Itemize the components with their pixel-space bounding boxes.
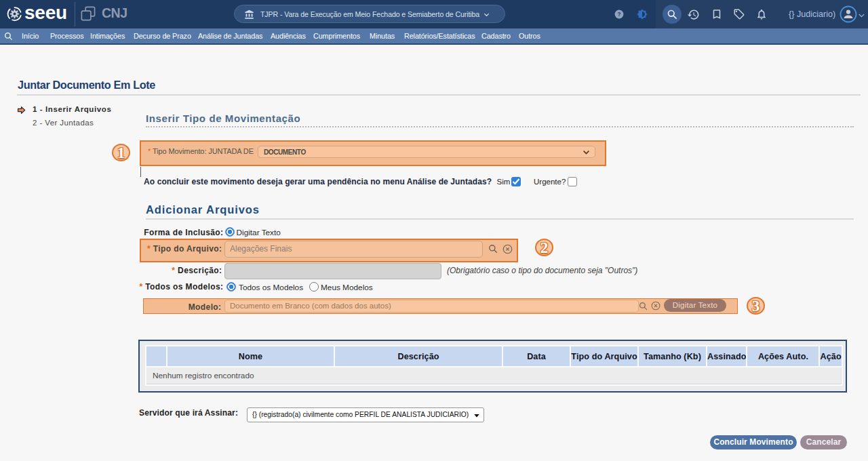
svg-text:?: ?	[618, 12, 621, 18]
